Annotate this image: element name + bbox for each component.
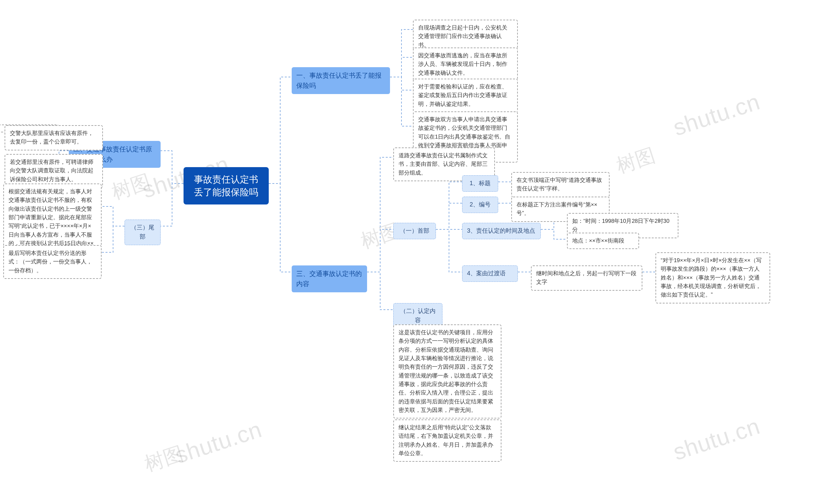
part-b-title: （二）认定内容 bbox=[400, 308, 435, 323]
tail-p2: 最后写明本责任认定书分送的形式：（一式两份，一份交当事人，一份存档）。 bbox=[3, 245, 102, 279]
part-b-para1: 这是该责任认定书的关键项目，应用分条分项的方式一一写明分析认定的具体内容。分析应… bbox=[393, 324, 501, 418]
section-three-title: 三、交通事故认定书的内容 bbox=[296, 270, 362, 287]
text: 最后写明本责任认定书分送的形式：（一式两份，一份交当事人，一份存档）。 bbox=[8, 250, 92, 274]
text: 在文书顶端正中写明“道路交通事故责任认定书”字样。 bbox=[517, 177, 602, 192]
watermark-en-2: shutu.cn bbox=[670, 89, 763, 141]
part-a-item-1[interactable]: 1、标题 bbox=[462, 175, 498, 192]
watermark-cn-5: 树图 bbox=[141, 440, 186, 478]
text: 因交通事故而逃逸的，应当在事故所涉人员、车辆被发现后十日内，制作交通事故确认文件… bbox=[418, 52, 507, 76]
section-one-point-2: 因交通事故而逃逸的，应当在事故所涉人员、车辆被发现后十日内，制作交通事故确认文件… bbox=[413, 48, 518, 81]
text: 交警大队那里应该有应该有原件，去复印一份，盖个公章即可。 bbox=[10, 130, 93, 145]
text: 地点：××市××街南段 bbox=[572, 238, 624, 244]
part-a-item-4-text: “对于19××年×月×日×时×分发生在××（写明事故发生的路段）的×××（事故一… bbox=[656, 252, 770, 303]
section-three-tail[interactable]: （三）尾部 bbox=[125, 219, 161, 245]
text: 如：“时间：1998年10月28日下午2时30分 bbox=[572, 218, 670, 233]
watermark-cn-1: 树图 bbox=[108, 168, 154, 205]
part-a-item-4-lead: 继时间和地点之后，另起一行写明下一段文字 bbox=[531, 266, 642, 291]
text: 对于需要检验和认证的，应在检查、鉴定或复验后五日内作出交通事故证明，并确认鉴定结… bbox=[418, 84, 507, 107]
text: 继时间和地点之后，另起一行写明下一段文字 bbox=[536, 270, 637, 285]
label: 4、案由过渡语 bbox=[467, 270, 506, 276]
part-a[interactable]: （一）首部 bbox=[393, 223, 436, 239]
part-a-item-3-line2: 地点：××市××街南段 bbox=[567, 233, 639, 249]
tail-title: （三）尾部 bbox=[131, 224, 154, 240]
part-a-title: （一）首部 bbox=[400, 228, 429, 234]
watermark-en-4: shutu.cn bbox=[670, 413, 763, 465]
section-one[interactable]: 一、事故责任认定书丢了能报保险吗 bbox=[292, 67, 390, 94]
section-two-p2: 若交通部里没有原件，可聘请律师向交警大队调查取证取，向法院起诉保险公司和对方当事… bbox=[5, 154, 103, 188]
part-a-item-3[interactable]: 3、责任认定的时间及地点 bbox=[462, 223, 541, 239]
label: 2、编号 bbox=[470, 201, 490, 208]
watermark-cn-4: 树图 bbox=[613, 142, 658, 179]
text: 继认定结果之后用“特此认定”公文落款语结尾，右下角加盖认定机关公章，并注明承办人… bbox=[398, 425, 493, 456]
root-title: 事故责任认定书丢了能报保险吗 bbox=[194, 174, 258, 197]
section-three[interactable]: 三、交通事故认定书的内容 bbox=[292, 266, 367, 292]
text: 这是该责任认定书的关键项目，应用分条分项的方式一一写明分析认定的具体内容。分析应… bbox=[398, 329, 493, 413]
part-b-para2: 继认定结果之后用“特此认定”公文落款语结尾，右下角加盖认定机关公章，并注明承办人… bbox=[393, 419, 501, 462]
label: 1、标题 bbox=[470, 180, 490, 186]
section-two-p1: 交警大队那里应该有应该有原件，去复印一份，盖个公章即可。 bbox=[5, 125, 103, 150]
watermark-en-3: shutu.cn bbox=[172, 416, 265, 469]
text: 道路交通事故责任认定书属制作式文书，主要由首部、认定内容、尾部三部分组成。 bbox=[398, 152, 488, 176]
part-a-item-4[interactable]: 4、案由过渡语 bbox=[462, 266, 518, 282]
text: 自现场调查之日起十日内，公安机关交通管理部门应作出交通事故确认书。 bbox=[418, 24, 507, 48]
text: 若交通部里没有原件，可聘请律师向交警大队调查取证取，向法院起诉保险公司和对方当事… bbox=[10, 159, 93, 182]
section-one-point-3: 对于需要检验和认证的，应在检查、鉴定或复验后五日内作出交通事故证明，并确认鉴定结… bbox=[413, 79, 518, 112]
part-a-item-2[interactable]: 2、编号 bbox=[462, 197, 498, 213]
root-node[interactable]: 事故责任认定书丢了能报保险吗 bbox=[183, 167, 269, 204]
label: 3、责任认定的时间及地点 bbox=[467, 228, 535, 234]
text: “对于19××年×月×日×时×分发生在××（写明事故发生的路段）的×××（事故一… bbox=[661, 257, 762, 298]
part-a-item-1-text: 在文书顶端正中写明“道路交通事故责任认定书”字样。 bbox=[511, 172, 610, 197]
section-one-title: 一、事故责任认定书丢了能报保险吗 bbox=[296, 72, 381, 89]
